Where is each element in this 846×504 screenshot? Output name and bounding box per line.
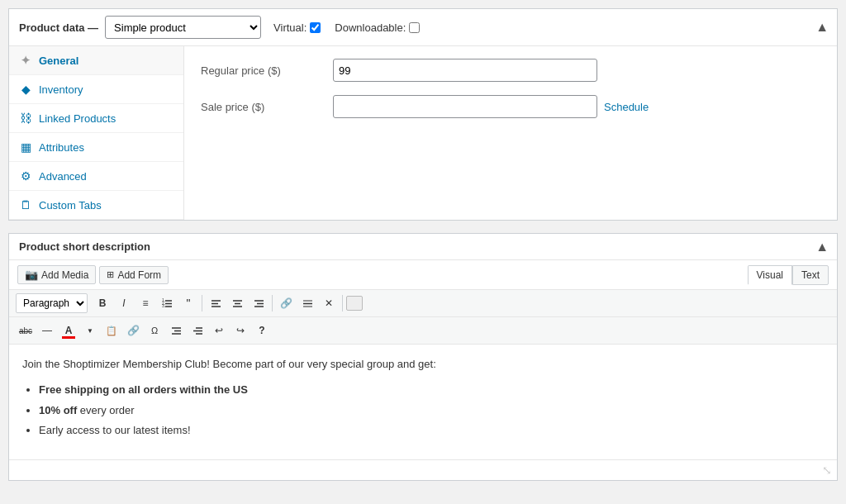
sidebar-item-custom-tabs-label: Custom Tabs bbox=[39, 199, 102, 212]
sidebar-item-attributes-label: Attributes bbox=[39, 141, 84, 154]
sidebar-item-linked-products-label: Linked Products bbox=[39, 112, 116, 125]
editor-content-area[interactable]: Join the Shoptimizer Membership Club! Be… bbox=[9, 345, 837, 460]
ordered-list-button[interactable]: 1.2.3. bbox=[157, 293, 177, 313]
bold-button[interactable]: B bbox=[93, 293, 112, 313]
visual-text-tabs: Visual Text bbox=[748, 265, 829, 285]
clear-formatting-button[interactable]: 🔗 bbox=[123, 321, 143, 340]
paragraph-select[interactable]: Paragraph Heading 1 Heading 2 Heading 3 bbox=[16, 293, 88, 313]
product-data-header: Product data — Simple product Grouped pr… bbox=[9, 9, 837, 46]
editor-list: Free shipping on all orders within the U… bbox=[39, 382, 824, 440]
editor-buttons-row: 📷 Add Media ⊞ Add Form Visual Text bbox=[9, 260, 837, 290]
sale-price-label: Sale price ($) bbox=[201, 101, 333, 113]
virtual-label: Virtual: bbox=[273, 21, 307, 34]
indent-button[interactable] bbox=[166, 321, 186, 340]
link-button[interactable]: 🔗 bbox=[276, 293, 296, 313]
sidebar-item-custom-tabs[interactable]: Custom Tabs bbox=[9, 191, 183, 220]
toolbar-divider-3 bbox=[342, 295, 343, 311]
downloadable-label: Downloadable: bbox=[335, 21, 406, 34]
resize-handle[interactable]: ⤡ bbox=[822, 464, 832, 477]
paste-as-text-button[interactable]: 📋 bbox=[102, 321, 121, 340]
link-icon bbox=[19, 112, 32, 125]
add-form-button[interactable]: ⊞ Add Form bbox=[99, 266, 169, 284]
sidebar-item-advanced[interactable]: Advanced bbox=[9, 162, 183, 191]
sidebar-item-attributes[interactable]: Attributes bbox=[9, 133, 183, 162]
align-right-icon bbox=[254, 298, 264, 309]
editor-intro-text: Join the Shoptimizer Membership Club! Be… bbox=[22, 356, 824, 373]
short-description-panel: Product short description ▲ 📷 Add Media … bbox=[8, 233, 838, 481]
outdent-icon bbox=[192, 326, 203, 336]
align-left-icon bbox=[211, 298, 221, 309]
svg-text:3.: 3. bbox=[162, 303, 165, 308]
wrench-icon bbox=[19, 54, 32, 67]
text-tab[interactable]: Text bbox=[792, 265, 829, 285]
schedule-link[interactable]: Schedule bbox=[604, 101, 649, 113]
editor-footer: ⤡ bbox=[9, 460, 837, 480]
toolbar-divider-2 bbox=[272, 295, 273, 311]
outdent-button[interactable] bbox=[188, 321, 207, 340]
sidebar-nav: General Inventory Linked Products Attrib… bbox=[9, 46, 184, 220]
sidebar-item-advanced-label: Advanced bbox=[39, 170, 87, 183]
sale-price-row: Sale price ($) Schedule bbox=[201, 95, 820, 118]
align-center-button[interactable] bbox=[227, 293, 247, 313]
horizontal-rule-button[interactable] bbox=[297, 293, 317, 313]
indent-icon bbox=[171, 326, 182, 336]
special-char-button[interactable]: Ω bbox=[145, 321, 164, 340]
product-data-body: General Inventory Linked Products Attrib… bbox=[9, 46, 837, 220]
list-item-2: 10% off every order bbox=[39, 402, 824, 420]
color-swatch-button[interactable] bbox=[346, 296, 363, 311]
tag-icon bbox=[19, 83, 32, 96]
redo-button[interactable]: ↪ bbox=[231, 321, 250, 340]
short-desc-header: Product short description ▲ bbox=[9, 234, 837, 260]
strikethrough-button[interactable]: abc bbox=[16, 321, 36, 340]
product-data-panel: Product data — Simple product Grouped pr… bbox=[8, 8, 838, 221]
downloadable-group: Downloadable: bbox=[335, 21, 421, 34]
sidebar-item-general[interactable]: General bbox=[9, 46, 183, 75]
grid-icon bbox=[19, 140, 32, 154]
sidebar-item-inventory-label: Inventory bbox=[39, 83, 83, 96]
form-icon: ⊞ bbox=[107, 269, 114, 280]
list-item-3: Early access to our latest items! bbox=[39, 422, 824, 440]
toolbar-divider-1 bbox=[202, 295, 202, 311]
sidebar-item-linked-products[interactable]: Linked Products bbox=[9, 104, 183, 133]
remove-format-button[interactable]: ✕ bbox=[319, 293, 339, 313]
sidebar-item-inventory[interactable]: Inventory bbox=[9, 75, 183, 104]
help-button[interactable]: ? bbox=[252, 321, 272, 340]
text-color-arrow-button[interactable]: ▼ bbox=[80, 321, 100, 340]
visual-tab[interactable]: Visual bbox=[748, 265, 792, 285]
format-toolbar-row1: Paragraph Heading 1 Heading 2 Heading 3 … bbox=[9, 290, 837, 317]
ordered-list-icon: 1.2.3. bbox=[162, 298, 173, 309]
add-media-button[interactable]: 📷 Add Media bbox=[17, 265, 96, 284]
sidebar-item-general-label: General bbox=[39, 55, 78, 67]
downloadable-checkbox[interactable] bbox=[409, 22, 420, 33]
product-type-select[interactable]: Simple product Grouped product External/… bbox=[105, 16, 261, 39]
horizontal-line-button[interactable]: — bbox=[37, 321, 57, 340]
product-data-content: Regular price ($) Sale price ($) Schedul… bbox=[184, 46, 837, 220]
short-desc-collapse-btn[interactable]: ▲ bbox=[815, 240, 829, 254]
product-data-collapse-btn[interactable]: ▲ bbox=[815, 20, 829, 35]
regular-price-input[interactable] bbox=[333, 59, 597, 82]
align-right-button[interactable] bbox=[249, 293, 269, 313]
italic-button[interactable]: I bbox=[114, 293, 134, 313]
virtual-group: Virtual: bbox=[273, 21, 322, 34]
sale-price-input[interactable] bbox=[333, 95, 597, 118]
horizontal-rule-icon bbox=[302, 298, 313, 309]
text-color-button[interactable]: A bbox=[59, 321, 78, 340]
regular-price-row: Regular price ($) bbox=[201, 59, 820, 82]
align-center-icon bbox=[232, 298, 243, 309]
camera-icon: 📷 bbox=[25, 269, 38, 281]
product-data-title: Product data — bbox=[19, 21, 98, 34]
undo-button[interactable]: ↩ bbox=[209, 321, 229, 340]
virtual-checkbox[interactable] bbox=[310, 22, 321, 33]
blockquote-button[interactable]: " bbox=[178, 293, 198, 313]
regular-price-label: Regular price ($) bbox=[201, 64, 333, 77]
align-left-button[interactable] bbox=[206, 293, 226, 313]
doc-icon bbox=[19, 198, 32, 212]
short-desc-title: Product short description bbox=[19, 240, 150, 253]
list-item-1: Free shipping on all orders within the U… bbox=[39, 382, 824, 399]
gear-icon bbox=[19, 169, 32, 183]
unordered-list-button[interactable]: ≡ bbox=[135, 293, 155, 313]
format-toolbar-row2: abc — A ▼ 📋 🔗 Ω ↩ ↪ ? bbox=[9, 317, 837, 345]
